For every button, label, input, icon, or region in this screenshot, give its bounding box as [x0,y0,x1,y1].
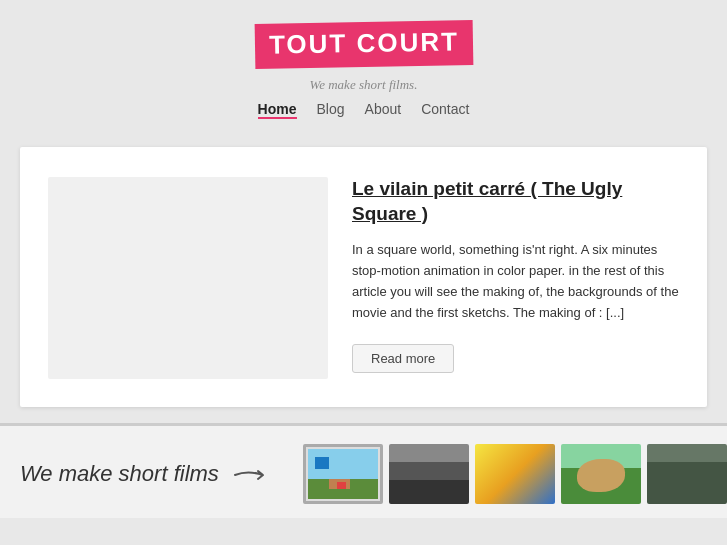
bottom-section: We make short films [0,423,727,518]
site-header: TOUT COURT We make short films. Home Blo… [0,0,727,147]
thumbnail-strip [303,444,727,504]
arrow-icon [233,465,273,485]
thumbnail-5[interactable] [647,444,727,504]
article-excerpt: In a square world, something is'nt right… [352,240,679,323]
article-content: Le vilain petit carré ( The Ugly Square … [352,177,679,379]
nav-about[interactable]: About [365,101,402,119]
thumbnail-4[interactable] [561,444,641,504]
thumbnail-1[interactable] [303,444,383,504]
nav-contact[interactable]: Contact [421,101,469,119]
logo-text: TOUT COURT [268,26,458,59]
tagline: We make short films. [0,77,727,93]
nav-home[interactable]: Home [258,101,297,119]
thumbnail-2[interactable] [389,444,469,504]
nav-blog[interactable]: Blog [317,101,345,119]
main-article-card: Le vilain petit carré ( The Ugly Square … [20,147,707,407]
main-nav: Home Blog About Contact [0,101,727,119]
article-image [48,177,328,379]
thumbnail-3[interactable] [475,444,555,504]
bottom-tagline: We make short films [20,461,273,487]
article-title: Le vilain petit carré ( The Ugly Square … [352,177,679,226]
read-more-button[interactable]: Read more [352,344,454,373]
logo[interactable]: TOUT COURT [254,20,473,69]
